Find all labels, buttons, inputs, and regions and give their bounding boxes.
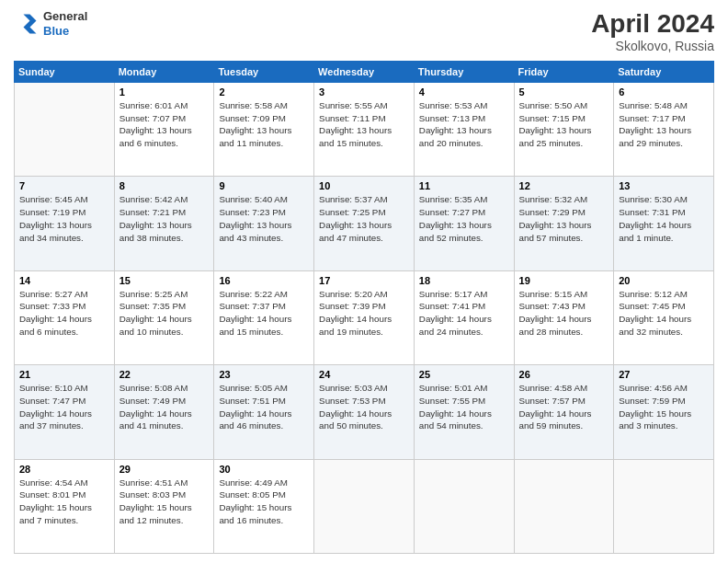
calendar-cell: 15Sunrise: 5:25 AMSunset: 7:35 PMDayligh… [114, 270, 214, 364]
calendar-cell [614, 459, 714, 553]
weekday-header: Sunday [15, 62, 115, 83]
header: General Blue April 2024 Skolkovo, Russia [14, 9, 714, 53]
cell-info: Sunrise: 5:27 AMSunset: 7:33 PMDaylight:… [19, 288, 109, 339]
calendar-cell: 2Sunrise: 5:58 AMSunset: 7:09 PMDaylight… [214, 83, 314, 177]
logo-text: General Blue [43, 9, 87, 38]
cell-info: Sunrise: 4:56 AMSunset: 7:59 PMDaylight:… [619, 382, 709, 432]
cell-date: 4 [419, 86, 509, 98]
cell-info: Sunrise: 5:08 AMSunset: 7:49 PMDaylight:… [119, 382, 210, 432]
cell-info: Sunrise: 5:48 AMSunset: 7:17 PMDaylight:… [619, 99, 709, 150]
weekday-header: Thursday [414, 62, 514, 83]
cell-info: Sunrise: 4:49 AMSunset: 8:05 PMDaylight:… [219, 477, 309, 527]
cell-info: Sunrise: 5:45 AMSunset: 7:19 PMDaylight:… [19, 193, 109, 244]
calendar-cell: 28Sunrise: 4:54 AMSunset: 8:01 PMDayligh… [15, 459, 115, 553]
calendar-table: SundayMondayTuesdayWednesdayThursdayFrid… [14, 61, 714, 554]
calendar-cell: 25Sunrise: 5:01 AMSunset: 7:55 PMDayligh… [414, 365, 514, 459]
calendar-week-row: 14Sunrise: 5:27 AMSunset: 7:33 PMDayligh… [15, 270, 714, 364]
calendar-cell: 7Sunrise: 5:45 AMSunset: 7:19 PMDaylight… [15, 177, 115, 270]
calendar-cell: 19Sunrise: 5:15 AMSunset: 7:43 PMDayligh… [514, 270, 614, 364]
svg-marker-0 [24, 14, 37, 33]
cell-info: Sunrise: 5:40 AMSunset: 7:23 PMDaylight:… [219, 193, 309, 244]
cell-date: 25 [419, 369, 509, 380]
cell-date: 29 [119, 464, 210, 475]
calendar-cell [414, 459, 514, 553]
weekday-header: Saturday [614, 62, 714, 83]
calendar-cell: 11Sunrise: 5:35 AMSunset: 7:27 PMDayligh… [414, 177, 514, 270]
cell-date: 20 [619, 275, 709, 286]
cell-date: 22 [119, 369, 210, 380]
cell-date: 9 [219, 180, 309, 191]
weekday-header: Wednesday [314, 62, 415, 83]
cell-info: Sunrise: 5:10 AMSunset: 7:47 PMDaylight:… [19, 382, 109, 432]
calendar-cell: 24Sunrise: 5:03 AMSunset: 7:53 PMDayligh… [314, 365, 415, 459]
cell-info: Sunrise: 5:05 AMSunset: 7:51 PMDaylight:… [219, 382, 309, 432]
cell-date: 10 [319, 180, 409, 191]
cell-date: 21 [19, 369, 109, 380]
calendar-cell: 3Sunrise: 5:55 AMSunset: 7:11 PMDaylight… [314, 83, 415, 177]
cell-date: 28 [19, 464, 109, 475]
subtitle: Skolkovo, Russia [591, 39, 714, 53]
calendar-cell [15, 83, 115, 177]
calendar-cell [514, 459, 614, 553]
calendar-cell: 18Sunrise: 5:17 AMSunset: 7:41 PMDayligh… [414, 270, 514, 364]
logo-line2: Blue [43, 24, 87, 39]
cell-date: 3 [319, 86, 409, 98]
calendar-cell: 5Sunrise: 5:50 AMSunset: 7:15 PMDaylight… [514, 83, 614, 177]
calendar-week-row: 28Sunrise: 4:54 AMSunset: 8:01 PMDayligh… [15, 459, 714, 553]
cell-info: Sunrise: 5:17 AMSunset: 7:41 PMDaylight:… [419, 288, 509, 339]
calendar-cell: 17Sunrise: 5:20 AMSunset: 7:39 PMDayligh… [314, 270, 415, 364]
cell-info: Sunrise: 5:30 AMSunset: 7:31 PMDaylight:… [619, 193, 709, 244]
weekday-header: Friday [514, 62, 614, 83]
cell-date: 11 [419, 180, 509, 191]
cell-date: 30 [219, 464, 309, 475]
cell-date: 5 [519, 86, 609, 98]
logo-icon [14, 11, 40, 37]
cell-info: Sunrise: 4:58 AMSunset: 7:57 PMDaylight:… [519, 382, 609, 432]
cell-date: 26 [519, 369, 609, 380]
cell-info: Sunrise: 5:01 AMSunset: 7:55 PMDaylight:… [419, 382, 509, 432]
calendar-cell: 16Sunrise: 5:22 AMSunset: 7:37 PMDayligh… [214, 270, 314, 364]
calendar-cell: 29Sunrise: 4:51 AMSunset: 8:03 PMDayligh… [114, 459, 214, 553]
cell-info: Sunrise: 5:03 AMSunset: 7:53 PMDaylight:… [319, 382, 409, 432]
cell-date: 17 [319, 275, 409, 286]
title-area: April 2024 Skolkovo, Russia [591, 9, 714, 53]
cell-date: 15 [119, 275, 210, 286]
calendar-cell: 1Sunrise: 6:01 AMSunset: 7:07 PMDaylight… [114, 83, 214, 177]
calendar-week-row: 1Sunrise: 6:01 AMSunset: 7:07 PMDaylight… [15, 83, 714, 177]
cell-date: 23 [219, 369, 309, 380]
cell-info: Sunrise: 5:12 AMSunset: 7:45 PMDaylight:… [619, 288, 709, 339]
calendar-cell [314, 459, 415, 553]
cell-info: Sunrise: 5:58 AMSunset: 7:09 PMDaylight:… [219, 99, 309, 150]
calendar-cell: 26Sunrise: 4:58 AMSunset: 7:57 PMDayligh… [514, 365, 614, 459]
cell-date: 16 [219, 275, 309, 286]
weekday-header: Tuesday [214, 62, 314, 83]
calendar-header-row: SundayMondayTuesdayWednesdayThursdayFrid… [15, 62, 714, 83]
cell-date: 14 [19, 275, 109, 286]
cell-date: 1 [119, 86, 210, 98]
calendar-week-row: 21Sunrise: 5:10 AMSunset: 7:47 PMDayligh… [15, 365, 714, 459]
calendar-cell: 22Sunrise: 5:08 AMSunset: 7:49 PMDayligh… [114, 365, 214, 459]
cell-info: Sunrise: 5:35 AMSunset: 7:27 PMDaylight:… [419, 193, 509, 244]
weekday-header: Monday [114, 62, 214, 83]
calendar-cell: 14Sunrise: 5:27 AMSunset: 7:33 PMDayligh… [15, 270, 115, 364]
cell-date: 2 [219, 86, 309, 98]
cell-date: 27 [619, 369, 709, 380]
calendar-cell: 4Sunrise: 5:53 AMSunset: 7:13 PMDaylight… [414, 83, 514, 177]
cell-date: 19 [519, 275, 609, 286]
cell-date: 24 [319, 369, 409, 380]
cell-info: Sunrise: 4:54 AMSunset: 8:01 PMDaylight:… [19, 477, 109, 527]
calendar-cell: 13Sunrise: 5:30 AMSunset: 7:31 PMDayligh… [614, 177, 714, 270]
page: General Blue April 2024 Skolkovo, Russia… [0, 0, 728, 563]
cell-date: 6 [619, 86, 709, 98]
cell-info: Sunrise: 4:51 AMSunset: 8:03 PMDaylight:… [119, 477, 210, 527]
cell-info: Sunrise: 5:25 AMSunset: 7:35 PMDaylight:… [119, 288, 210, 339]
main-title: April 2024 [591, 9, 714, 39]
cell-info: Sunrise: 5:37 AMSunset: 7:25 PMDaylight:… [319, 193, 409, 244]
cell-date: 13 [619, 180, 709, 191]
cell-info: Sunrise: 5:55 AMSunset: 7:11 PMDaylight:… [319, 99, 409, 150]
logo-line1: General [43, 9, 87, 24]
cell-info: Sunrise: 5:20 AMSunset: 7:39 PMDaylight:… [319, 288, 409, 339]
calendar-cell: 6Sunrise: 5:48 AMSunset: 7:17 PMDaylight… [614, 83, 714, 177]
calendar-cell: 9Sunrise: 5:40 AMSunset: 7:23 PMDaylight… [214, 177, 314, 270]
cell-info: Sunrise: 5:22 AMSunset: 7:37 PMDaylight:… [219, 288, 309, 339]
